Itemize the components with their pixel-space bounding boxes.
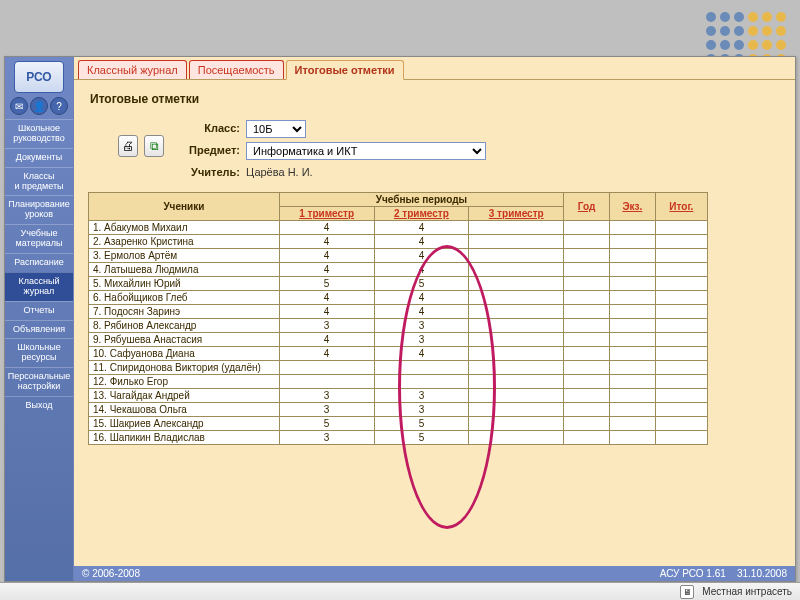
grade-cell[interactable]	[469, 235, 564, 249]
tab[interactable]: Посещаемость	[189, 60, 284, 79]
sidebar-item[interactable]: Планированиеуроков	[5, 195, 73, 224]
grade-cell[interactable]	[609, 221, 655, 235]
grade-cell[interactable]	[469, 333, 564, 347]
grade-cell[interactable]	[564, 347, 610, 361]
grade-cell[interactable]	[469, 375, 564, 389]
col-period-1[interactable]: 1 триместр	[299, 208, 354, 219]
grade-cell[interactable]	[655, 347, 707, 361]
grade-cell[interactable]	[564, 319, 610, 333]
grade-cell[interactable]: 4	[374, 263, 469, 277]
grade-cell[interactable]	[655, 417, 707, 431]
grade-cell[interactable]	[609, 305, 655, 319]
grade-cell[interactable]	[564, 291, 610, 305]
grade-cell[interactable]: 4	[374, 235, 469, 249]
grade-cell[interactable]: 4	[279, 235, 374, 249]
grade-cell[interactable]	[564, 263, 610, 277]
grade-cell[interactable]	[655, 375, 707, 389]
grade-cell[interactable]	[655, 221, 707, 235]
grade-cell[interactable]	[469, 221, 564, 235]
grade-cell[interactable]: 4	[374, 291, 469, 305]
grade-cell[interactable]: 4	[374, 221, 469, 235]
grade-cell[interactable]	[469, 291, 564, 305]
grade-cell[interactable]: 5	[374, 431, 469, 445]
grade-cell[interactable]	[655, 431, 707, 445]
grade-cell[interactable]: 4	[374, 305, 469, 319]
grade-cell[interactable]: 3	[279, 389, 374, 403]
sidebar-item[interactable]: Расписание	[5, 253, 73, 272]
col-period-2[interactable]: 2 триместр	[394, 208, 449, 219]
grade-cell[interactable]: 4	[279, 333, 374, 347]
grade-cell[interactable]: 4	[279, 291, 374, 305]
grade-cell[interactable]: 4	[279, 347, 374, 361]
mail-icon[interactable]: ✉	[10, 97, 28, 115]
grade-cell[interactable]	[655, 403, 707, 417]
help-icon[interactable]: ?	[50, 97, 68, 115]
grade-cell[interactable]	[564, 361, 610, 375]
grade-cell[interactable]: 4	[279, 305, 374, 319]
grade-cell[interactable]	[374, 375, 469, 389]
grade-cell[interactable]	[655, 249, 707, 263]
subject-select[interactable]: Информатика и ИКТ	[246, 142, 486, 160]
grade-cell[interactable]	[609, 291, 655, 305]
grade-cell[interactable]	[655, 305, 707, 319]
sidebar-item[interactable]: Школьноеруководство	[5, 119, 73, 148]
grade-cell[interactable]	[469, 431, 564, 445]
grade-cell[interactable]	[609, 235, 655, 249]
grade-cell[interactable]: 3	[374, 319, 469, 333]
grade-cell[interactable]: 4	[374, 347, 469, 361]
grade-cell[interactable]	[609, 263, 655, 277]
grade-cell[interactable]	[564, 235, 610, 249]
sidebar-item[interactable]: Школьныересурсы	[5, 338, 73, 367]
grade-cell[interactable]: 3	[279, 403, 374, 417]
grade-cell[interactable]	[469, 417, 564, 431]
grade-cell[interactable]	[609, 417, 655, 431]
grade-cell[interactable]: 3	[374, 389, 469, 403]
col-final[interactable]: Итог.	[669, 201, 693, 212]
grade-cell[interactable]	[469, 347, 564, 361]
sidebar-item[interactable]: Классыи предметы	[5, 167, 73, 196]
sidebar-item[interactable]: Документы	[5, 148, 73, 167]
grade-cell[interactable]	[564, 305, 610, 319]
grade-cell[interactable]	[655, 291, 707, 305]
grade-cell[interactable]	[279, 361, 374, 375]
col-exam[interactable]: Экз.	[622, 201, 642, 212]
sidebar-item[interactable]: Персональныенастройки	[5, 367, 73, 396]
sidebar-item[interactable]: Объявления	[5, 320, 73, 339]
grade-cell[interactable]	[564, 277, 610, 291]
grade-cell[interactable]	[564, 375, 610, 389]
grade-cell[interactable]	[564, 333, 610, 347]
grade-cell[interactable]	[609, 333, 655, 347]
grade-cell[interactable]	[655, 333, 707, 347]
grade-cell[interactable]	[469, 389, 564, 403]
grade-cell[interactable]	[655, 277, 707, 291]
tab[interactable]: Итоговые отметки	[286, 60, 404, 80]
sidebar-item[interactable]: Выход	[5, 396, 73, 415]
export-button[interactable]: ⧉	[144, 135, 164, 157]
grade-cell[interactable]: 3	[279, 431, 374, 445]
sidebar-item[interactable]: Классныйжурнал	[5, 272, 73, 301]
grade-cell[interactable]	[655, 361, 707, 375]
grade-cell[interactable]	[469, 361, 564, 375]
grade-cell[interactable]	[655, 389, 707, 403]
grade-cell[interactable]: 4	[279, 221, 374, 235]
grade-cell[interactable]: 5	[374, 277, 469, 291]
tab[interactable]: Классный журнал	[78, 60, 187, 79]
grade-cell[interactable]: 5	[279, 417, 374, 431]
col-year[interactable]: Год	[578, 201, 596, 212]
grade-cell[interactable]	[469, 249, 564, 263]
grade-cell[interactable]: 3	[374, 333, 469, 347]
grade-cell[interactable]	[374, 361, 469, 375]
grade-cell[interactable]	[564, 249, 610, 263]
sidebar-item[interactable]: Отчеты	[5, 301, 73, 320]
grade-cell[interactable]	[469, 277, 564, 291]
grade-cell[interactable]	[609, 389, 655, 403]
grade-cell[interactable]	[655, 263, 707, 277]
grade-cell[interactable]	[564, 417, 610, 431]
grade-cell[interactable]	[609, 347, 655, 361]
grade-cell[interactable]	[564, 403, 610, 417]
col-period-3[interactable]: 3 триместр	[489, 208, 544, 219]
grade-cell[interactable]	[609, 403, 655, 417]
grade-cell[interactable]: 5	[374, 417, 469, 431]
grade-cell[interactable]: 4	[279, 263, 374, 277]
grade-cell[interactable]: 3	[279, 319, 374, 333]
